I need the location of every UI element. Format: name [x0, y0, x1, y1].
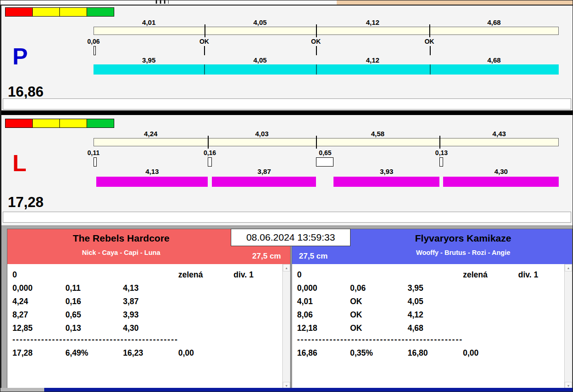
- log-row: 8,06 OK 4,12: [292, 308, 564, 322]
- crossing-marks-row: 0,06 OK OK OK: [94, 38, 559, 45]
- cell: 4,12: [408, 308, 463, 322]
- log-summary-row: 16,86 0,35% 16,80 0,00: [292, 346, 564, 360]
- background-window-strip-right: [337, 0, 573, 5]
- cell: 0,35%: [350, 346, 408, 360]
- cell: zelená: [178, 268, 234, 282]
- separator-dashes: ----------------------------------------…: [297, 335, 564, 346]
- cell: OK: [350, 308, 408, 322]
- log-separator: ----------------------------------------…: [7, 335, 282, 346]
- lane-bars-p: 4,01 4,05 4,12 4,68 0,06 OK OK OK: [94, 6, 559, 110]
- traffic-light: [5, 119, 114, 128]
- traffic-light-green-icon: [87, 119, 114, 128]
- scroll-up-icon[interactable]: ▲: [283, 264, 290, 271]
- cell: 3,87: [123, 295, 178, 308]
- timeline-bar: [94, 27, 559, 35]
- traffic-light: [5, 7, 114, 17]
- crossing-mark: 0,06: [87, 38, 99, 45]
- split-time: 4,43: [492, 130, 506, 138]
- timing-main-window: 4,01 4,05 4,12 4,68 0,06 OK OK OK: [0, 5, 573, 389]
- taskbar-corner: [0, 388, 44, 392]
- cell: [408, 268, 463, 282]
- lane-total-time: 16,86: [8, 85, 44, 99]
- segment-divider: [429, 24, 430, 37]
- cell: 0,000: [12, 282, 65, 295]
- dog-time-segment: [96, 177, 207, 187]
- dog-time: 4,68: [487, 56, 501, 64]
- dog-time: 3,95: [142, 56, 156, 64]
- lane-right-p: 4,01 4,05 4,12 4,68 0,06 OK OK OK: [1, 6, 573, 110]
- log-row: 4,01 OK 4,05: [292, 295, 564, 308]
- traffic-light-yellow2-icon: [59, 119, 87, 128]
- bar-divider: [430, 64, 431, 75]
- scrollbar[interactable]: ▲ ▼: [282, 264, 290, 389]
- cell: 16,80: [408, 346, 463, 360]
- cell: 0,06: [350, 282, 408, 295]
- dog-time: 3,93: [380, 167, 393, 175]
- segment-divider: [439, 136, 440, 149]
- cell: 8,27: [12, 308, 65, 322]
- scrollbar[interactable]: ▲ ▼: [564, 264, 572, 389]
- lane-status-strip: [3, 212, 571, 223]
- cell: 0: [12, 268, 65, 282]
- cell: 4,05: [408, 295, 463, 308]
- dog-time: 3,87: [257, 167, 271, 175]
- cell: 16,23: [123, 346, 178, 360]
- team-dogs: Nick - Caya - Capi - Luna: [7, 249, 290, 256]
- segment-divider: [208, 136, 209, 149]
- dog-times-bar: [94, 177, 559, 187]
- lane-letter: P: [12, 45, 28, 68]
- dog-time: 4,30: [494, 167, 508, 175]
- timeline-bar: [94, 138, 559, 146]
- dog-time-segment: [443, 177, 559, 187]
- dog-time-segment: [212, 177, 316, 187]
- dog-time: 4,13: [146, 167, 159, 175]
- cell: [350, 268, 408, 282]
- team-dogs: Wooffy - Brutus - Rozi - Angie: [292, 249, 572, 256]
- log-info-row: 0 zelená div. 1: [292, 268, 564, 282]
- bar-divider: [316, 64, 317, 75]
- cell: div. 1: [518, 268, 564, 282]
- split-time: 4,58: [371, 130, 385, 138]
- cell: 0,00: [178, 346, 234, 360]
- team-log: 0 zelená div. 1 0,000 0,06 3,95 4,01 OK: [292, 264, 564, 389]
- split-time: 4,68: [487, 18, 501, 26]
- dog-time-segment: [333, 177, 439, 187]
- background-windows-strip: [0, 0, 573, 5]
- log-row: 12,85 0,13 4,30: [7, 322, 282, 335]
- loss-box: [316, 157, 333, 167]
- traffic-light-yellow1-icon: [32, 7, 60, 17]
- crossing-tick: [430, 46, 431, 55]
- team-panel-right: Flyvaryors Kamikaze Wooffy - Brutus - Ro…: [292, 229, 573, 390]
- cell: 17,28: [12, 346, 65, 360]
- split-time: 4,12: [366, 18, 379, 26]
- crossing-tick: [316, 46, 317, 55]
- separator-dashes: ----------------------------------------…: [12, 335, 282, 346]
- crossing-mark: 0,13: [435, 149, 448, 156]
- log-row: 4,24 0,16 3,87: [7, 295, 282, 308]
- dog-times-bar: [94, 64, 559, 75]
- cell: OK: [350, 295, 408, 308]
- crossing-mark: 0,65: [319, 149, 331, 156]
- split-time: 4,01: [142, 18, 156, 26]
- cell: [123, 268, 178, 282]
- log-row: 8,27 0,65 3,93: [7, 308, 282, 322]
- crossing-mark: OK: [311, 38, 321, 45]
- lane-letter: L: [12, 152, 27, 175]
- scroll-up-icon[interactable]: ▲: [565, 264, 572, 271]
- crossing-mark: 0,11: [88, 149, 99, 156]
- split-time: 4,24: [144, 130, 158, 138]
- cell: 3,93: [123, 308, 178, 322]
- loss-box: [94, 46, 96, 55]
- cell: zelená: [463, 268, 518, 282]
- cell: OK: [350, 322, 408, 335]
- log-row: 0,000 0,06 3,95: [292, 282, 564, 295]
- dog-times-row: 4,13 3,87 3,93 4,30: [94, 167, 559, 175]
- cell: 4,01: [297, 295, 350, 308]
- lane-total-time: 17,28: [8, 195, 44, 209]
- datetime-display: 08.06.2024 13:59:33: [231, 229, 351, 246]
- traffic-light-green-icon: [87, 7, 114, 17]
- split-time: 4,03: [255, 130, 269, 138]
- cell: 4,24: [12, 295, 65, 308]
- segment-divider: [316, 24, 317, 37]
- split-times-row: 4,24 4,03 4,58 4,43: [94, 130, 559, 137]
